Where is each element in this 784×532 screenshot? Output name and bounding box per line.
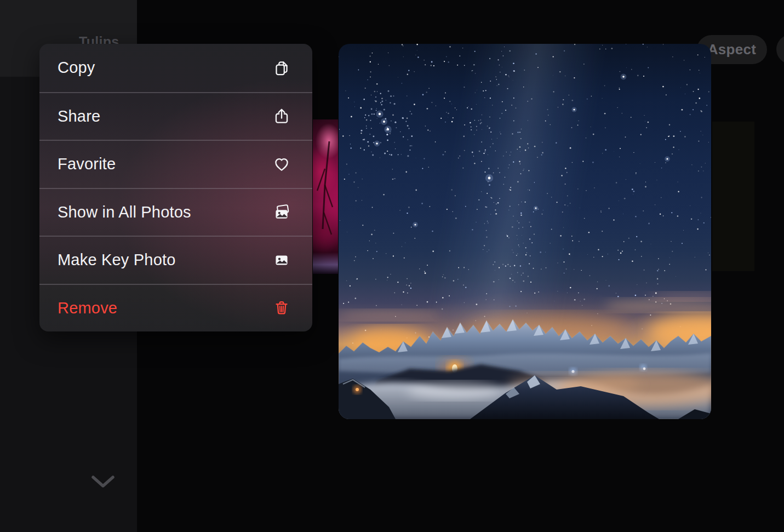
photo-preview-night-mountains[interactable] xyxy=(339,44,711,419)
menu-item-copy[interactable]: Copy xyxy=(39,44,312,92)
heart-icon xyxy=(270,153,293,176)
collapse-chevron-button[interactable] xyxy=(91,473,115,490)
menu-item-label: Make Key Photo xyxy=(58,251,176,269)
partial-pill-button[interactable] xyxy=(776,35,784,64)
menu-item-make-key-photo[interactable]: Make Key Photo xyxy=(39,236,312,284)
branch-lines xyxy=(313,119,338,274)
mountain-landscape xyxy=(339,277,711,419)
photo-stack-icon xyxy=(270,201,293,224)
pink-tree-photo-thumbnail[interactable] xyxy=(313,119,338,274)
menu-item-remove[interactable]: Remove xyxy=(39,284,312,332)
menu-item-share[interactable]: Share xyxy=(39,92,312,140)
album-title-clipped: Tulips xyxy=(79,34,167,44)
share-icon xyxy=(270,105,293,128)
photo-icon xyxy=(270,249,293,272)
chevron-down-icon xyxy=(91,473,115,490)
menu-item-show-in-all-photos[interactable]: Show in All Photos xyxy=(39,188,312,236)
album-title-text: Tulips xyxy=(79,34,119,44)
copy-icon xyxy=(270,56,293,79)
menu-item-label: Copy xyxy=(58,59,95,77)
photos-app-screen: Tulips Aspect Copy Share xyxy=(0,0,784,532)
menu-item-label: Remove xyxy=(58,299,117,317)
menu-item-favorite[interactable]: Favorite xyxy=(39,140,312,188)
menu-item-label: Show in All Photos xyxy=(58,203,191,221)
menu-item-label: Share xyxy=(58,107,100,125)
aspect-button-label: Aspect xyxy=(708,41,757,58)
dark-photo-thumbnail[interactable] xyxy=(712,122,754,271)
trash-icon xyxy=(270,296,293,319)
menu-item-label: Favorite xyxy=(58,155,116,173)
context-menu: Copy Share Favorite xyxy=(39,44,312,331)
